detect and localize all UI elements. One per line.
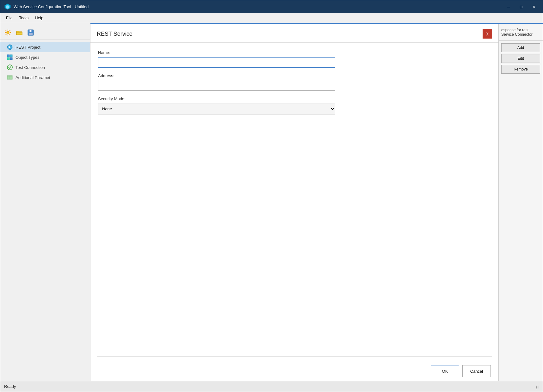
restore-button[interactable]: □ [516,3,526,10]
minimize-button[interactable]: ─ [503,3,514,10]
gear-icon [4,29,11,36]
cancel-button[interactable]: Cancel [462,365,491,377]
security-mode-group: Security Mode: None Basic OAuth Certific… [98,96,491,114]
sidebar-item-label-object-types: Object Types [15,55,40,60]
address-input[interactable] [98,80,335,91]
toolbar [0,26,90,40]
security-mode-select[interactable]: None Basic OAuth Certificate [98,103,335,114]
status-icon: ⣿ [536,384,539,389]
window-controls: ─ □ ✕ [503,3,539,10]
sidebar-item-label-rest-project: REST Project [15,45,40,50]
name-input[interactable] [98,57,335,68]
sidebar-item-additional-params[interactable]: Additional Paramet [0,72,90,83]
svg-rect-10 [7,55,9,57]
new-button[interactable] [3,28,13,38]
menu-help[interactable]: Help [32,14,46,21]
sidebar: REST Project Object Types [0,23,90,381]
dialog-body: Name: Address: Security Mode: None Basic [90,43,498,357]
rest-project-icon [7,44,13,50]
sidebar-item-label-additional-params: Additional Paramet [15,75,50,80]
main-window: Web Service Configuration Tool - Untitle… [0,0,543,392]
sidebar-item-object-types[interactable]: Object Types [0,52,90,62]
window-title: Web Service Configuration Tool - Untitle… [14,4,503,9]
svg-point-14 [7,65,12,70]
menu-bar: File Tools Help [0,13,543,23]
folder-open-icon [16,29,23,36]
address-label: Address: [98,73,491,78]
ok-button[interactable]: OK [431,365,459,377]
dialog-title: REST Service [97,31,133,37]
edit-button[interactable]: Edit [501,54,540,63]
svg-rect-7 [30,30,31,32]
address-field-group: Address: [98,73,491,91]
content-area: REST Service x Name: Address: [90,23,543,381]
right-panel-buttons: Add Edit Remove [499,41,543,76]
svg-rect-15 [7,76,12,79]
name-field-group: Name: [98,50,491,68]
sidebar-item-label-test-connection: Test Connection [15,65,45,70]
object-types-icon [7,54,13,60]
svg-rect-11 [10,55,12,57]
dialog-footer: OK Cancel [90,361,498,381]
svg-point-4 [7,32,9,34]
svg-rect-8 [29,33,33,35]
content-right-wrapper: REST Service x Name: Address: [90,24,543,381]
save-icon [27,29,34,36]
close-button[interactable]: ✕ [529,3,539,10]
dialog-header: REST Service x [90,24,498,43]
remove-button[interactable]: Remove [501,65,540,74]
open-button[interactable] [14,28,24,38]
security-mode-label: Security Mode: [98,96,491,101]
status-text: Ready [4,384,536,389]
sidebar-item-test-connection[interactable]: Test Connection [0,62,90,72]
dialog-main-content: REST Service x Name: Address: [90,24,498,381]
dialog-close-button[interactable]: x [483,29,492,39]
menu-file[interactable]: File [3,14,16,21]
test-connection-icon [7,64,13,70]
add-button[interactable]: Add [501,43,540,52]
svg-rect-13 [10,58,12,60]
save-button[interactable] [26,28,36,38]
horizontal-splitter [97,357,492,357]
menu-tools[interactable]: Tools [16,14,32,21]
svg-rect-12 [7,58,9,60]
right-panel: esponse for rest Service Connector Add E… [498,24,543,381]
main-area: REST Project Object Types [0,23,543,381]
title-bar: Web Service Configuration Tool - Untitle… [0,0,543,13]
app-icon [4,3,11,10]
status-bar: Ready ⣿ [0,381,543,392]
name-label: Name: [98,50,491,55]
additional-params-icon [7,74,13,81]
sidebar-item-rest-project[interactable]: REST Project [0,42,90,52]
right-panel-description: esponse for rest Service Connector [499,24,543,41]
